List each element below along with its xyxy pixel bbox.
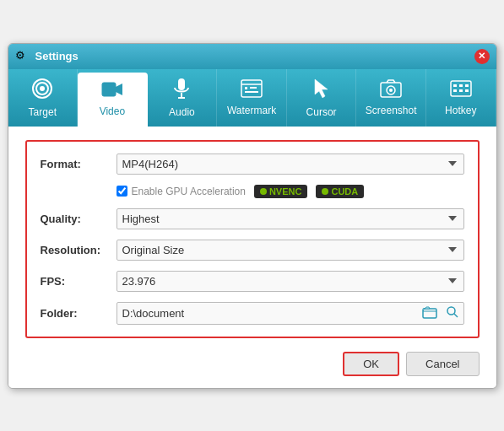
content-area: Format: MP4(H264) MP4(H265) AVI MOV WMV … bbox=[8, 127, 496, 388]
resolution-label: Resolution: bbox=[41, 244, 117, 256]
quality-control: Highest High Medium Low bbox=[117, 208, 464, 229]
svg-rect-17 bbox=[451, 81, 471, 96]
svg-point-2 bbox=[40, 86, 45, 91]
target-icon bbox=[31, 78, 53, 103]
tab-audio-label: Audio bbox=[169, 106, 195, 118]
svg-rect-22 bbox=[459, 89, 463, 92]
tab-cursor-label: Cursor bbox=[306, 106, 337, 118]
button-row: OK Cancel bbox=[25, 350, 480, 376]
svg-rect-11 bbox=[250, 87, 257, 89]
gpu-checkbox[interactable] bbox=[117, 186, 127, 197]
svg-marker-4 bbox=[116, 84, 122, 95]
folder-row: Folder: bbox=[41, 302, 464, 325]
gpu-row: Enable GPU Acceleration NVENC CUDA bbox=[41, 185, 464, 198]
svg-rect-3 bbox=[102, 83, 116, 96]
tab-screenshot-label: Screenshot bbox=[366, 105, 417, 116]
tab-target[interactable]: Target bbox=[8, 69, 79, 127]
tab-hotkey-label: Hotkey bbox=[445, 105, 476, 116]
cuda-badge: CUDA bbox=[316, 185, 364, 198]
format-row: Format: MP4(H264) MP4(H265) AVI MOV WMV … bbox=[41, 154, 464, 175]
cuda-label: CUDA bbox=[331, 186, 358, 197]
folder-search-button[interactable] bbox=[442, 303, 463, 324]
quality-label: Quality: bbox=[41, 213, 117, 225]
fps-select[interactable]: 23.976 24 25 30 60 bbox=[117, 271, 464, 292]
nvenc-badge: NVENC bbox=[254, 185, 308, 198]
settings-window: ⚙ Settings ✕ Target Video bbox=[8, 43, 497, 389]
resolution-control: Original Size 1920x1080 1280x720 854x480 bbox=[117, 240, 464, 261]
watermark-icon bbox=[241, 79, 263, 101]
tab-target-label: Target bbox=[29, 106, 57, 118]
resolution-row: Resolution: Original Size 1920x1080 1280… bbox=[41, 240, 464, 261]
tab-video[interactable]: Video bbox=[78, 73, 148, 127]
format-select[interactable]: MP4(H264) MP4(H265) AVI MOV WMV GIF bbox=[117, 154, 464, 175]
folder-browse-button[interactable] bbox=[418, 303, 442, 324]
settings-panel: Format: MP4(H264) MP4(H265) AVI MOV WMV … bbox=[25, 140, 480, 338]
svg-point-25 bbox=[447, 307, 455, 315]
tab-screenshot[interactable]: Screenshot bbox=[356, 69, 426, 127]
video-icon bbox=[101, 80, 123, 102]
format-control: MP4(H264) MP4(H265) AVI MOV WMV GIF bbox=[117, 154, 464, 175]
folder-control bbox=[117, 302, 464, 325]
fps-label: FPS: bbox=[41, 275, 117, 288]
screenshot-icon bbox=[380, 79, 402, 101]
titlebar: ⚙ Settings ✕ bbox=[8, 44, 496, 69]
tab-video-label: Video bbox=[100, 105, 125, 117]
hotkey-icon bbox=[450, 79, 472, 101]
svg-point-16 bbox=[389, 89, 393, 92]
svg-rect-10 bbox=[245, 87, 247, 89]
tab-watermark-label: Watermark bbox=[227, 105, 276, 116]
svg-rect-24 bbox=[423, 309, 436, 318]
svg-rect-21 bbox=[453, 89, 457, 92]
svg-rect-12 bbox=[245, 91, 258, 93]
svg-rect-19 bbox=[459, 84, 463, 87]
nvenc-label: NVENC bbox=[269, 186, 302, 197]
nav-tabs: Target Video Audio bbox=[8, 69, 496, 127]
folder-input[interactable] bbox=[117, 304, 418, 323]
gpu-checkbox-label[interactable]: Enable GPU Acceleration bbox=[117, 186, 246, 197]
format-label: Format: bbox=[41, 158, 117, 170]
settings-icon: ⚙ bbox=[15, 49, 30, 64]
svg-rect-23 bbox=[465, 89, 469, 92]
cuda-dot bbox=[322, 188, 328, 195]
tab-watermark[interactable]: Watermark bbox=[217, 69, 287, 127]
quality-row: Quality: Highest High Medium Low bbox=[41, 208, 464, 229]
folder-label: Folder: bbox=[41, 307, 117, 320]
gpu-label: Enable GPU Acceleration bbox=[132, 186, 246, 197]
close-button[interactable]: ✕ bbox=[474, 49, 490, 64]
svg-rect-18 bbox=[453, 84, 457, 87]
fps-row: FPS: 23.976 24 25 30 60 bbox=[41, 271, 464, 292]
fps-control: 23.976 24 25 30 60 bbox=[117, 271, 464, 292]
window-title: Settings bbox=[35, 50, 474, 62]
cancel-button[interactable]: Cancel bbox=[406, 352, 479, 376]
audio-icon bbox=[172, 78, 191, 103]
resolution-select[interactable]: Original Size 1920x1080 1280x720 854x480 bbox=[117, 240, 464, 261]
tab-hotkey[interactable]: Hotkey bbox=[426, 69, 496, 127]
cursor-icon bbox=[312, 78, 331, 103]
ok-button[interactable]: OK bbox=[343, 352, 399, 376]
svg-rect-5 bbox=[178, 78, 185, 90]
svg-marker-13 bbox=[315, 79, 328, 98]
svg-line-26 bbox=[454, 314, 458, 317]
quality-select[interactable]: Highest High Medium Low bbox=[117, 208, 464, 229]
nvidia-dot bbox=[260, 188, 267, 195]
tab-audio[interactable]: Audio bbox=[148, 69, 218, 127]
svg-rect-20 bbox=[465, 84, 469, 87]
tab-cursor[interactable]: Cursor bbox=[287, 69, 357, 127]
